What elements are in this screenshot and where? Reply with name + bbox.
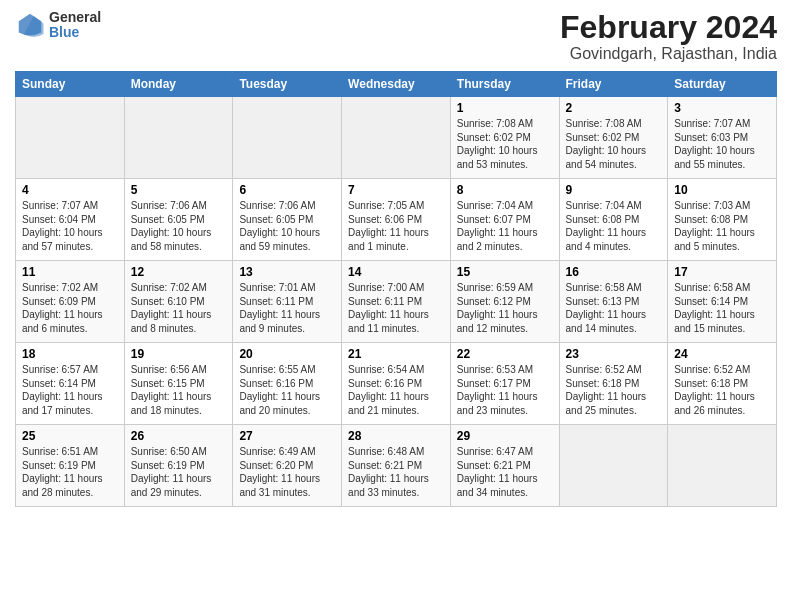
calendar-cell: 26Sunrise: 6:50 AM Sunset: 6:19 PM Dayli…	[124, 425, 233, 507]
day-number: 17	[674, 265, 770, 279]
day-info: Sunrise: 6:51 AM Sunset: 6:19 PM Dayligh…	[22, 445, 118, 499]
day-number: 3	[674, 101, 770, 115]
day-info: Sunrise: 7:00 AM Sunset: 6:11 PM Dayligh…	[348, 281, 444, 335]
header-saturday: Saturday	[668, 72, 777, 97]
logo-blue: Blue	[49, 25, 101, 40]
calendar-cell: 21Sunrise: 6:54 AM Sunset: 6:16 PM Dayli…	[342, 343, 451, 425]
day-info: Sunrise: 6:59 AM Sunset: 6:12 PM Dayligh…	[457, 281, 553, 335]
day-info: Sunrise: 6:47 AM Sunset: 6:21 PM Dayligh…	[457, 445, 553, 499]
main-title: February 2024	[560, 10, 777, 45]
day-info: Sunrise: 6:50 AM Sunset: 6:19 PM Dayligh…	[131, 445, 227, 499]
calendar-week-3: 18Sunrise: 6:57 AM Sunset: 6:14 PM Dayli…	[16, 343, 777, 425]
day-number: 14	[348, 265, 444, 279]
day-info: Sunrise: 6:57 AM Sunset: 6:14 PM Dayligh…	[22, 363, 118, 417]
day-info: Sunrise: 7:02 AM Sunset: 6:10 PM Dayligh…	[131, 281, 227, 335]
day-info: Sunrise: 6:49 AM Sunset: 6:20 PM Dayligh…	[239, 445, 335, 499]
day-info: Sunrise: 7:07 AM Sunset: 6:03 PM Dayligh…	[674, 117, 770, 171]
calendar-week-2: 11Sunrise: 7:02 AM Sunset: 6:09 PM Dayli…	[16, 261, 777, 343]
header-wednesday: Wednesday	[342, 72, 451, 97]
header-monday: Monday	[124, 72, 233, 97]
calendar-cell: 18Sunrise: 6:57 AM Sunset: 6:14 PM Dayli…	[16, 343, 125, 425]
calendar-cell	[342, 97, 451, 179]
calendar-cell: 29Sunrise: 6:47 AM Sunset: 6:21 PM Dayli…	[450, 425, 559, 507]
calendar-cell	[233, 97, 342, 179]
day-info: Sunrise: 7:01 AM Sunset: 6:11 PM Dayligh…	[239, 281, 335, 335]
calendar-cell: 20Sunrise: 6:55 AM Sunset: 6:16 PM Dayli…	[233, 343, 342, 425]
calendar-cell: 1Sunrise: 7:08 AM Sunset: 6:02 PM Daylig…	[450, 97, 559, 179]
logo: General Blue	[15, 10, 101, 41]
day-number: 19	[131, 347, 227, 361]
day-info: Sunrise: 7:06 AM Sunset: 6:05 PM Dayligh…	[239, 199, 335, 253]
day-info: Sunrise: 7:02 AM Sunset: 6:09 PM Dayligh…	[22, 281, 118, 335]
calendar-cell: 7Sunrise: 7:05 AM Sunset: 6:06 PM Daylig…	[342, 179, 451, 261]
day-info: Sunrise: 6:52 AM Sunset: 6:18 PM Dayligh…	[566, 363, 662, 417]
day-number: 2	[566, 101, 662, 115]
calendar-week-1: 4Sunrise: 7:07 AM Sunset: 6:04 PM Daylig…	[16, 179, 777, 261]
calendar-cell: 15Sunrise: 6:59 AM Sunset: 6:12 PM Dayli…	[450, 261, 559, 343]
day-info: Sunrise: 7:04 AM Sunset: 6:07 PM Dayligh…	[457, 199, 553, 253]
day-number: 7	[348, 183, 444, 197]
day-info: Sunrise: 6:58 AM Sunset: 6:13 PM Dayligh…	[566, 281, 662, 335]
calendar-table: Sunday Monday Tuesday Wednesday Thursday…	[15, 71, 777, 507]
day-info: Sunrise: 6:48 AM Sunset: 6:21 PM Dayligh…	[348, 445, 444, 499]
day-info: Sunrise: 6:58 AM Sunset: 6:14 PM Dayligh…	[674, 281, 770, 335]
header-thursday: Thursday	[450, 72, 559, 97]
day-info: Sunrise: 6:56 AM Sunset: 6:15 PM Dayligh…	[131, 363, 227, 417]
day-number: 10	[674, 183, 770, 197]
day-info: Sunrise: 6:53 AM Sunset: 6:17 PM Dayligh…	[457, 363, 553, 417]
calendar-cell: 28Sunrise: 6:48 AM Sunset: 6:21 PM Dayli…	[342, 425, 451, 507]
day-info: Sunrise: 6:55 AM Sunset: 6:16 PM Dayligh…	[239, 363, 335, 417]
calendar-body: 1Sunrise: 7:08 AM Sunset: 6:02 PM Daylig…	[16, 97, 777, 507]
day-number: 11	[22, 265, 118, 279]
day-number: 9	[566, 183, 662, 197]
calendar-cell: 17Sunrise: 6:58 AM Sunset: 6:14 PM Dayli…	[668, 261, 777, 343]
header-row: Sunday Monday Tuesday Wednesday Thursday…	[16, 72, 777, 97]
calendar-cell	[559, 425, 668, 507]
calendar-week-0: 1Sunrise: 7:08 AM Sunset: 6:02 PM Daylig…	[16, 97, 777, 179]
day-number: 26	[131, 429, 227, 443]
calendar-cell: 25Sunrise: 6:51 AM Sunset: 6:19 PM Dayli…	[16, 425, 125, 507]
day-number: 20	[239, 347, 335, 361]
header-sunday: Sunday	[16, 72, 125, 97]
day-info: Sunrise: 6:52 AM Sunset: 6:18 PM Dayligh…	[674, 363, 770, 417]
page-container: General Blue February 2024 Govindgarh, R…	[0, 0, 792, 517]
day-number: 18	[22, 347, 118, 361]
day-number: 29	[457, 429, 553, 443]
calendar-week-4: 25Sunrise: 6:51 AM Sunset: 6:19 PM Dayli…	[16, 425, 777, 507]
day-number: 23	[566, 347, 662, 361]
day-number: 8	[457, 183, 553, 197]
subtitle: Govindgarh, Rajasthan, India	[560, 45, 777, 63]
day-number: 12	[131, 265, 227, 279]
logo-text: General Blue	[49, 10, 101, 41]
calendar-cell: 8Sunrise: 7:04 AM Sunset: 6:07 PM Daylig…	[450, 179, 559, 261]
calendar-cell: 12Sunrise: 7:02 AM Sunset: 6:10 PM Dayli…	[124, 261, 233, 343]
calendar-cell	[16, 97, 125, 179]
calendar-cell: 19Sunrise: 6:56 AM Sunset: 6:15 PM Dayli…	[124, 343, 233, 425]
day-info: Sunrise: 7:03 AM Sunset: 6:08 PM Dayligh…	[674, 199, 770, 253]
calendar-cell: 4Sunrise: 7:07 AM Sunset: 6:04 PM Daylig…	[16, 179, 125, 261]
logo-icon	[15, 10, 45, 40]
day-info: Sunrise: 7:06 AM Sunset: 6:05 PM Dayligh…	[131, 199, 227, 253]
title-section: February 2024 Govindgarh, Rajasthan, Ind…	[560, 10, 777, 63]
day-info: Sunrise: 7:08 AM Sunset: 6:02 PM Dayligh…	[566, 117, 662, 171]
day-info: Sunrise: 7:04 AM Sunset: 6:08 PM Dayligh…	[566, 199, 662, 253]
day-number: 28	[348, 429, 444, 443]
day-info: Sunrise: 6:54 AM Sunset: 6:16 PM Dayligh…	[348, 363, 444, 417]
calendar-cell: 10Sunrise: 7:03 AM Sunset: 6:08 PM Dayli…	[668, 179, 777, 261]
calendar-cell: 13Sunrise: 7:01 AM Sunset: 6:11 PM Dayli…	[233, 261, 342, 343]
day-number: 24	[674, 347, 770, 361]
day-number: 21	[348, 347, 444, 361]
day-number: 16	[566, 265, 662, 279]
header: General Blue February 2024 Govindgarh, R…	[15, 10, 777, 63]
day-info: Sunrise: 7:07 AM Sunset: 6:04 PM Dayligh…	[22, 199, 118, 253]
calendar-cell: 3Sunrise: 7:07 AM Sunset: 6:03 PM Daylig…	[668, 97, 777, 179]
day-number: 15	[457, 265, 553, 279]
calendar-cell: 5Sunrise: 7:06 AM Sunset: 6:05 PM Daylig…	[124, 179, 233, 261]
calendar-cell: 22Sunrise: 6:53 AM Sunset: 6:17 PM Dayli…	[450, 343, 559, 425]
day-number: 25	[22, 429, 118, 443]
header-tuesday: Tuesday	[233, 72, 342, 97]
logo-general: General	[49, 10, 101, 25]
day-number: 1	[457, 101, 553, 115]
calendar-cell: 16Sunrise: 6:58 AM Sunset: 6:13 PM Dayli…	[559, 261, 668, 343]
calendar-cell: 27Sunrise: 6:49 AM Sunset: 6:20 PM Dayli…	[233, 425, 342, 507]
